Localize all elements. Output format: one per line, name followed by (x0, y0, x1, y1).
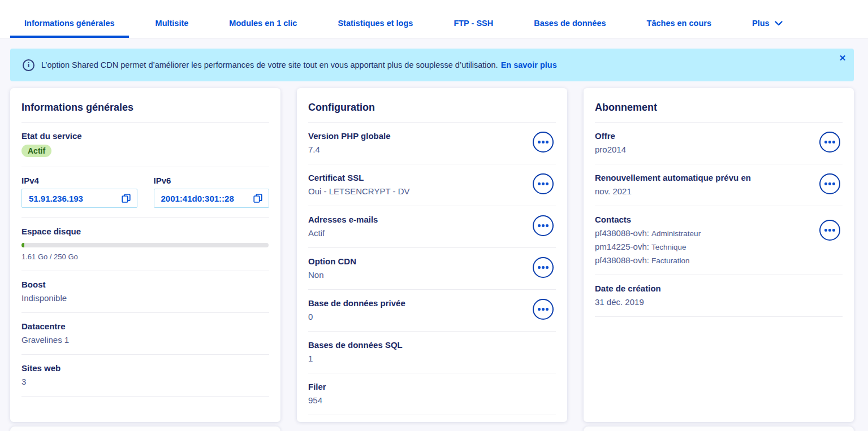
row-label: Certificat SSL (308, 173, 556, 182)
offer-row: Offre pro2014 (595, 123, 843, 164)
disk-space-row: Espace disque 1.61 Go / 250 Go (21, 218, 269, 271)
renewal-value: nov. 2021 (595, 186, 843, 196)
card-abonnement: Abonnement Offre pro2014 Renouvellement … (584, 88, 854, 422)
card-title: Informations générales (21, 88, 269, 123)
boost-row: Boost Indisponible (21, 271, 269, 313)
ssl-certificate-row: Certificat SSL Oui - LETSENCRYPT - DV (308, 164, 556, 206)
cards-row: Informations générales Etat du service A… (10, 88, 868, 422)
disk-usage-bar (21, 243, 269, 247)
tab-ftp-ssh[interactable]: FTP - SSH (439, 11, 507, 38)
tab-multisite[interactable]: Multisite (141, 11, 203, 38)
cdn-option-row: Option CDN Non (308, 248, 556, 290)
contact-line: pf438088-ovh: Facturation (595, 255, 843, 265)
ellipsis-menu-button[interactable] (533, 173, 554, 194)
php-version-row: Version PHP globale 7.4 (308, 123, 556, 164)
row-value: 954 (308, 395, 556, 405)
ipv4-field[interactable]: 51.91.236.193 (21, 189, 137, 208)
card-informations-generales: Informations générales Etat du service A… (10, 88, 280, 422)
learn-more-link[interactable]: En savoir plus (501, 60, 557, 69)
disk-usage-text: 1.61 Go / 250 Go (21, 252, 269, 261)
next-card-peek-left (10, 426, 280, 431)
tab-label: FTP - SSH (454, 19, 493, 28)
contact-id: pf438088-ovh: (595, 228, 649, 238)
ip-row: IPv4 51.91.236.193 IPv6 2001:41d0:301::2… (21, 167, 269, 218)
tab-label: Plus (752, 19, 770, 28)
sql-databases-row: Bases de données SQL 1 (308, 332, 556, 373)
tab-modules-en-1-clic[interactable]: Modules en 1 clic (215, 11, 311, 38)
renewal-label: Renouvellement automatique prévu en (595, 173, 843, 182)
page-content: i L’option Shared CDN permet d’améliorer… (0, 38, 868, 431)
datacenter-row: Datacentre Gravelines 1 (21, 313, 269, 355)
tab-bar: Informations générales Multisite Modules… (0, 0, 868, 38)
next-card-peek-right (584, 426, 854, 431)
close-icon[interactable]: ✕ (837, 53, 848, 64)
renewal-row: Renouvellement automatique prévu en nov.… (595, 164, 843, 206)
private-database-row: Base de données privée 0 (308, 290, 556, 332)
row-label: Adresses e-mails (308, 215, 556, 224)
copy-icon[interactable] (252, 193, 264, 204)
offer-label: Offre (595, 131, 843, 141)
ipv4-label: IPv4 (21, 176, 137, 185)
creation-date-label: Date de création (595, 284, 843, 293)
tab-informations-generales[interactable]: Informations générales (10, 11, 129, 38)
offer-value: pro2014 (595, 145, 843, 154)
tab-label: Multisite (156, 19, 189, 28)
row-value: Oui - LETSENCRYPT - DV (308, 186, 556, 196)
tab-label: Tâches en cours (647, 19, 711, 28)
service-state-label: Etat du service (21, 131, 269, 141)
creation-date-row: Date de création 31 déc. 2019 (595, 275, 843, 317)
datacenter-value: Gravelines 1 (21, 335, 269, 345)
card-title: Configuration (308, 88, 556, 123)
row-value: 1 (308, 354, 556, 363)
websites-value: 3 (21, 377, 269, 386)
copy-icon[interactable] (120, 193, 132, 204)
banner-text: L’option Shared CDN permet d’améliorer l… (41, 60, 557, 69)
tab-bases-de-donnees[interactable]: Bases de données (520, 11, 620, 38)
status-badge: Actif (21, 145, 51, 157)
row-label: Filer (308, 382, 556, 391)
ellipsis-menu-button[interactable] (533, 215, 554, 236)
chevron-down-icon (775, 21, 783, 26)
ellipsis-menu-button[interactable] (533, 299, 554, 320)
disk-space-label: Espace disque (21, 227, 269, 236)
contact-line: pf438088-ovh: Administrateur (595, 228, 843, 238)
row-label: Option CDN (308, 256, 556, 266)
datacenter-label: Datacentre (21, 321, 269, 331)
tab-label: Modules en 1 clic (229, 19, 297, 28)
cdn-info-banner: i L’option Shared CDN permet d’améliorer… (10, 49, 854, 81)
row-value: Actif (308, 228, 556, 238)
tab-label: Informations générales (24, 19, 115, 28)
filer-row: Filer 954 (308, 373, 556, 415)
ellipsis-menu-button[interactable] (819, 173, 840, 194)
creation-date-value: 31 déc. 2019 (595, 297, 843, 307)
tab-taches-en-cours[interactable]: Tâches en cours (633, 11, 726, 38)
ipv6-field[interactable]: 2001:41d0:301::28 (154, 189, 270, 208)
tab-label: Statistiques et logs (338, 19, 413, 28)
emails-row: Adresses e-mails Actif (308, 206, 556, 248)
ellipsis-menu-button[interactable] (819, 132, 840, 153)
row-value: Non (308, 270, 556, 280)
row-value: 7.4 (308, 145, 556, 154)
boost-label: Boost (21, 280, 269, 289)
ipv6-label: IPv6 (154, 176, 270, 185)
disk-usage-fill (21, 243, 24, 247)
contact-line: pm14225-ovh: Technique (595, 242, 843, 251)
info-icon: i (23, 59, 34, 71)
contacts-label: Contacts (595, 215, 843, 224)
tab-statistiques-et-logs[interactable]: Statistiques et logs (323, 11, 427, 38)
ellipsis-menu-button[interactable] (533, 132, 554, 153)
ellipsis-menu-button[interactable] (819, 220, 840, 241)
ellipsis-menu-button[interactable] (533, 257, 554, 278)
tab-plus-dropdown[interactable]: Plus (738, 11, 797, 38)
card-configuration: Configuration Version PHP globale 7.4 Ce… (297, 88, 567, 422)
card-title: Abonnement (595, 88, 843, 123)
service-state-row: Etat du service Actif (21, 123, 269, 167)
row-value: 0 (308, 312, 556, 321)
websites-row: Sites web 3 (21, 355, 269, 397)
boost-value: Indisponible (21, 293, 269, 303)
row-label: Bases de données SQL (308, 340, 556, 350)
websites-label: Sites web (21, 363, 269, 373)
ipv6-value: 2001:41d0:301::28 (161, 194, 234, 203)
contact-role: Technique (651, 243, 686, 251)
ipv4-value: 51.91.236.193 (29, 194, 83, 203)
